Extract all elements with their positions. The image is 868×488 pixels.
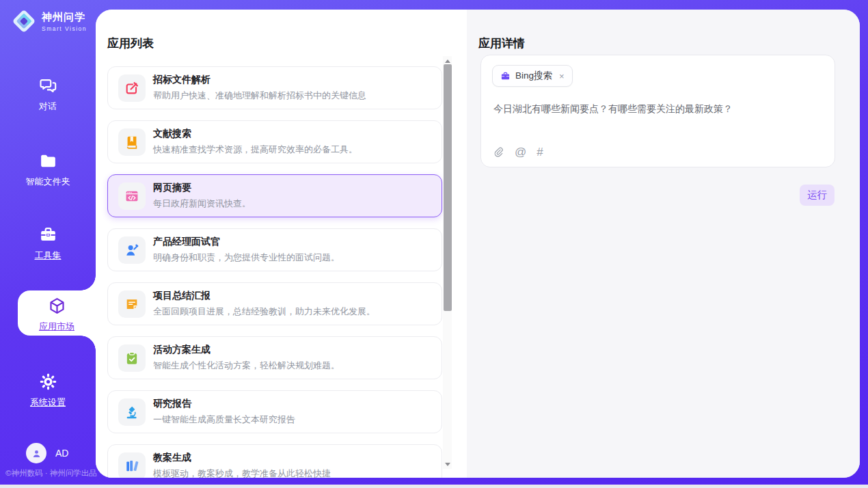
app-card-desc: 智能生成个性化活动方案，轻松解决规划难题。 <box>153 360 340 372</box>
sidebar-item-toolset[interactable]: 工具集 <box>0 226 96 265</box>
interviewer-icon <box>124 243 139 258</box>
user-name: AD <box>55 448 68 459</box>
avatar[interactable] <box>26 443 46 463</box>
app-card-desc: 帮助用户快速、准确地理解和解析招标书中的关键信息 <box>153 90 366 102</box>
app-card[interactable]: 项目总结汇报 全面回顾项目进展，总结经验教训，助力未来优化发展。 <box>107 282 442 325</box>
chat-icon <box>39 77 57 95</box>
run-button[interactable]: 运行 <box>800 185 835 206</box>
brand-logo: 神州问学 Smart Vision <box>11 8 87 34</box>
app-card-desc: 模板驱动，教案秒成，教学准备从此轻松快捷 <box>153 467 331 478</box>
toolbox-icon <box>39 226 57 244</box>
clipboard-check-icon <box>124 351 139 366</box>
microscope-icon <box>124 405 139 420</box>
sidebar-item-chat[interactable]: 对话 <box>0 77 96 116</box>
composer-toolbar: @ # <box>493 146 543 158</box>
tab-curve-bottom <box>81 336 96 351</box>
app-card-title: 网页摘要 <box>153 182 251 194</box>
app-card-title: 活动方案生成 <box>153 344 340 356</box>
app-card-desc: 全面回顾项目进展，总结经验教训，助力未来优化发展。 <box>153 306 375 318</box>
app-card[interactable]: 研究报告 一键智能生成高质量长文本研究报告 <box>107 390 442 433</box>
sidebar: 神州问学 Smart Vision 对话 智能文件夹 工具集 应用市场 系统设置… <box>0 0 96 485</box>
app-detail-title: 应用详情 <box>478 36 525 51</box>
app-card[interactable]: 活动方案生成 智能生成个性化活动方案，轻松解决规划难题。 <box>107 336 442 379</box>
book-icon <box>124 135 139 150</box>
scroll-down-icon[interactable] <box>443 459 452 469</box>
app-card-desc: 快速精准查找学术资源，提高研究效率的必备工具。 <box>153 144 357 156</box>
browser-code-icon <box>124 189 139 204</box>
sidebar-item-smart-folder[interactable]: 智能文件夹 <box>0 152 96 191</box>
sidebar-item-settings[interactable]: 系统设置 <box>0 372 96 412</box>
scrollbar-thumb[interactable] <box>444 64 452 311</box>
app-card-list: 招标文件解析 帮助用户快速、准确地理解和解析招标书中的关键信息 文献搜索 快速精… <box>107 66 442 478</box>
gear-icon <box>39 372 57 391</box>
close-icon[interactable]: × <box>559 71 565 81</box>
app-card-title: 文献搜索 <box>153 128 357 140</box>
app-detail-panel: 应用详情 Bing搜索 × 今日湖北有哪些新闻要点？有哪些需要关注的最新政策？ … <box>467 10 860 478</box>
tab-curve-top <box>81 275 96 290</box>
app-card-desc: 每日政府新闻资讯快查。 <box>153 198 251 210</box>
app-list-panel: 应用列表 招标文件解析 帮助用户快速、准确地理解和解析招标书中的关键信息 文献搜… <box>96 10 467 478</box>
folder-icon <box>39 152 57 170</box>
paperclip-icon[interactable] <box>493 146 504 158</box>
app-card-title: 教案生成 <box>153 452 331 464</box>
person-icon <box>31 448 42 459</box>
app-card-title: 项目总结汇报 <box>153 290 375 302</box>
hash-icon[interactable]: # <box>537 146 543 158</box>
app-list-title: 应用列表 <box>107 36 154 51</box>
prompt-card: Bing搜索 × 今日湖北有哪些新闻要点？有哪些需要关注的最新政策？ @ # <box>480 55 835 167</box>
app-window: { "brand": { "name": "神州问学", "tagline": … <box>0 0 868 488</box>
note-icon <box>124 297 139 312</box>
user-row[interactable]: AD <box>26 443 68 463</box>
scrollbar[interactable] <box>443 56 452 469</box>
sidebar-item-app-market[interactable]: 应用市场 <box>18 290 96 336</box>
app-card-desc: 明确身份和职责，为您提供专业性的面试问题。 <box>153 252 340 264</box>
cube-icon <box>48 297 66 315</box>
copyright-text: ©神州数码 · 神州问学出品 <box>5 468 97 478</box>
tool-tag-bing-search[interactable]: Bing搜索 × <box>492 65 573 87</box>
diamond-gem-icon <box>11 8 37 34</box>
brand-name: 神州问学 <box>42 11 87 24</box>
app-card-title: 招标文件解析 <box>153 74 366 86</box>
books-icon <box>124 459 139 474</box>
briefcase-icon <box>500 71 511 81</box>
at-icon[interactable]: @ <box>515 146 526 158</box>
app-card[interactable]: 文献搜索 快速精准查找学术资源，提高研究效率的必备工具。 <box>107 120 442 163</box>
app-card[interactable]: 产品经理面试官 明确身份和职责，为您提供专业性的面试问题。 <box>107 228 442 271</box>
app-card[interactable]: 招标文件解析 帮助用户快速、准确地理解和解析招标书中的关键信息 <box>107 66 442 109</box>
app-card-desc: 一键智能生成高质量长文本研究报告 <box>153 414 295 426</box>
app-card-title: 产品经理面试官 <box>153 236 340 248</box>
edit-document-icon <box>124 81 139 96</box>
app-card-title: 研究报告 <box>153 398 295 410</box>
tool-tag-label: Bing搜索 <box>515 70 552 82</box>
prompt-text[interactable]: 今日湖北有哪些新闻要点？有哪些需要关注的最新政策？ <box>493 102 822 116</box>
app-card[interactable]: 教案生成 模板驱动，教案秒成，教学准备从此轻松快捷 <box>107 444 442 478</box>
content-panel: 应用列表 招标文件解析 帮助用户快速、准确地理解和解析招标书中的关键信息 文献搜… <box>96 10 860 478</box>
brand-tagline: Smart Vision <box>42 25 87 32</box>
app-card[interactable]: 网页摘要 每日政府新闻资讯快查。 <box>107 174 442 217</box>
bottom-edge-strip <box>0 485 868 488</box>
